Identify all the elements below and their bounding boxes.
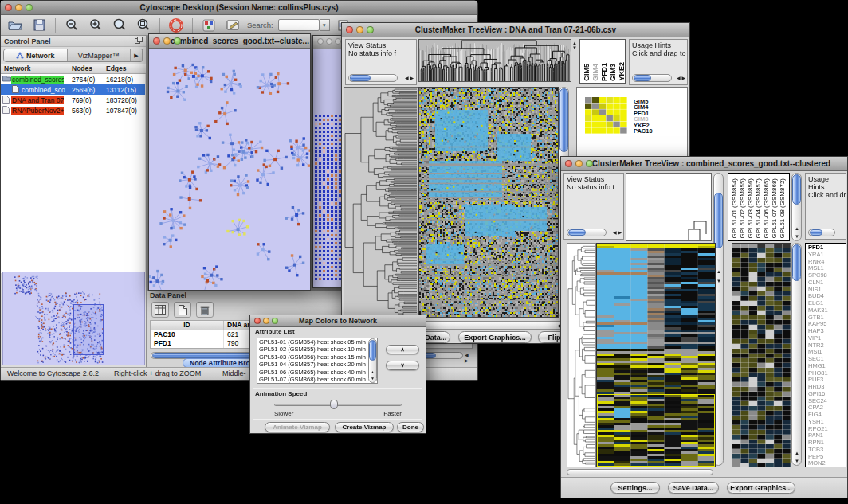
open-icon[interactable] bbox=[6, 17, 25, 34]
treeview1-heatmap[interactable] bbox=[418, 87, 559, 318]
done-button[interactable]: Done bbox=[397, 422, 424, 432]
treeview2-titlebar[interactable]: ClusterMaker TreeView : combined_scores_… bbox=[561, 157, 847, 171]
minimize-button[interactable] bbox=[356, 26, 363, 33]
array-label[interactable]: GPL51-03 (GSM856) bbox=[747, 178, 754, 239]
treeview1-correlation-matrix[interactable] bbox=[585, 97, 627, 134]
animation-speed-slider[interactable] bbox=[274, 404, 402, 406]
select-attributes-icon[interactable] bbox=[151, 302, 169, 318]
col-id[interactable]: ID bbox=[151, 321, 224, 330]
usage-hints-scrollbar[interactable] bbox=[632, 74, 672, 82]
treeview2-column-dendrogram-area[interactable] bbox=[626, 173, 712, 241]
minimize-button[interactable] bbox=[163, 37, 171, 45]
table-row[interactable]: DNA and Tran 07 769(0) 183728(0) bbox=[1, 95, 145, 105]
treeview2-heatmap[interactable] bbox=[596, 243, 716, 467]
attribute-item[interactable]: GPL51-03 (GSM856) heat shock 15 min bbox=[259, 354, 377, 361]
zoom-window-button[interactable] bbox=[174, 37, 181, 45]
scroll-up-icon[interactable]: ▲ bbox=[795, 451, 799, 455]
close-button[interactable] bbox=[565, 160, 572, 167]
treeview2-zoom-scrollbar[interactable]: ▲ ▼ bbox=[791, 243, 802, 466]
col-edges[interactable]: Edges bbox=[106, 64, 127, 72]
tab-vizmapper[interactable]: VizMapper™ bbox=[68, 49, 132, 61]
attribute-list[interactable]: GPL51-01 (GSM854) heat shock 05 minGPL51… bbox=[257, 338, 378, 384]
treeview2-row-dendrogram[interactable] bbox=[567, 243, 596, 467]
zoom-window-button[interactable] bbox=[367, 26, 374, 33]
array-label[interactable]: YKE2 bbox=[618, 62, 626, 81]
network-overview-thumbnail[interactable] bbox=[3, 272, 144, 365]
treeview2-hscrollbar[interactable] bbox=[567, 469, 713, 475]
array-label[interactable]: GPL51-01 (GSM854) bbox=[731, 178, 738, 239]
dialog-titlebar[interactable]: Map Colors to Network bbox=[250, 315, 426, 327]
scroll-down-icon[interactable]: ▼ bbox=[371, 377, 375, 381]
save-data-button[interactable]: Save Data... bbox=[668, 482, 719, 494]
close-button[interactable] bbox=[317, 38, 324, 45]
array-label[interactable]: PFD1 bbox=[600, 63, 608, 81]
new-attribute-icon[interactable] bbox=[174, 302, 191, 318]
attribute-item[interactable]: GPL51-04 (GSM857) heat shock 20 min bbox=[259, 361, 377, 368]
zoom-in-icon[interactable] bbox=[86, 17, 105, 34]
zoom-selected-icon[interactable] bbox=[110, 17, 129, 34]
scroll-arrows[interactable]: ◀ ▶ bbox=[465, 352, 477, 363]
search-dropdown-icon[interactable]: ▼ bbox=[320, 19, 330, 31]
scroll-arrows[interactable]: ◀ ▶ bbox=[613, 230, 622, 235]
scroll-down-icon[interactable]: ▼ bbox=[716, 279, 721, 283]
export-graphics-button[interactable]: Export Graphics... bbox=[458, 331, 532, 343]
array-label[interactable]: GPL51-02 (GSM855) bbox=[739, 178, 746, 239]
treeview2-zoom-heatmap[interactable] bbox=[732, 243, 791, 467]
view-status-scrollbar[interactable] bbox=[567, 229, 607, 236]
attribute-item[interactable]: GPL51-07 (GSM868) heat shock 60 min bbox=[259, 376, 377, 383]
array-label[interactable]: GPL51-08 (GSM872) bbox=[779, 178, 786, 239]
array-label[interactable]: GPL51-07 (GSM868) bbox=[771, 178, 778, 239]
animate-vizmap-button[interactable]: Animate Vizmap bbox=[265, 422, 330, 432]
scroll-up-icon[interactable]: ▲ bbox=[371, 370, 375, 374]
attribute-item[interactable]: GPL51-06 (GSM865) heat shock 40 min bbox=[259, 369, 377, 376]
minimize-button[interactable] bbox=[575, 160, 583, 167]
zoom-window-button[interactable] bbox=[586, 160, 593, 167]
scroll-down-icon[interactable]: ▼ bbox=[795, 234, 799, 239]
scroll-up-icon[interactable]: ▲ bbox=[716, 269, 721, 274]
vizmapper-icon[interactable] bbox=[199, 17, 218, 34]
close-button[interactable] bbox=[153, 37, 160, 45]
array-label[interactable]: GIM3 bbox=[609, 64, 617, 81]
gene-label[interactable]: PAC10 bbox=[634, 128, 653, 134]
main-window-titlebar[interactable]: Cytoscape Desktop (Session Name: collins… bbox=[1, 1, 477, 15]
minimize-button[interactable] bbox=[263, 318, 269, 324]
annotation-icon[interactable] bbox=[223, 17, 242, 34]
treeview2-labels-scrollbar[interactable]: ▲ ▼ bbox=[791, 173, 802, 241]
tab-network[interactable]: Network bbox=[4, 49, 68, 61]
network1-titlebar[interactable]: combined_scores_good.txt--cluste... bbox=[149, 34, 310, 49]
delete-attribute-icon[interactable] bbox=[196, 302, 214, 318]
view-status-scrollbar[interactable] bbox=[348, 74, 398, 82]
minimize-button[interactable] bbox=[15, 4, 22, 11]
help-icon[interactable] bbox=[167, 17, 186, 34]
usage-hints-scrollbar[interactable] bbox=[808, 229, 835, 236]
scroll-arrows[interactable]: ◀ ▶ bbox=[677, 76, 685, 80]
table-row[interactable]: RNAPuberNov2+ 563(0) 107847(0) bbox=[1, 105, 145, 115]
array-label[interactable]: GIM5 bbox=[583, 64, 591, 81]
create-vizmap-button[interactable]: Create Vizmap bbox=[335, 422, 394, 432]
zoom-window-button[interactable] bbox=[272, 318, 278, 324]
scroll-down-icon[interactable]: ▼ bbox=[795, 459, 799, 463]
scroll-arrows[interactable]: ◀ ▶ bbox=[405, 76, 414, 80]
attribute-list-scrollbar[interactable]: ▲ ▼ bbox=[368, 338, 377, 383]
float-panel-icon[interactable] bbox=[135, 37, 143, 45]
search-input[interactable] bbox=[278, 19, 320, 31]
settings-button[interactable]: Settings... bbox=[610, 482, 660, 494]
close-button[interactable] bbox=[5, 4, 12, 11]
close-button[interactable] bbox=[254, 318, 261, 324]
treeview1-row-dendrogram[interactable] bbox=[344, 87, 418, 318]
network1-canvas[interactable] bbox=[149, 49, 310, 290]
move-down-button[interactable]: ∨ bbox=[386, 361, 419, 370]
zoom-window-button[interactable] bbox=[26, 4, 33, 11]
export-graphics-button[interactable]: Export Graphics... bbox=[727, 482, 795, 494]
tab-overflow-button[interactable]: ▶ bbox=[131, 49, 143, 61]
treeview1-titlebar[interactable]: ClusterMaker TreeView : DNA and Tran 07-… bbox=[342, 23, 689, 37]
table-row-selected[interactable]: combined_sco 2569(6) 13112(15) bbox=[1, 84, 145, 95]
zoom-window-button[interactable] bbox=[335, 38, 341, 45]
array-label[interactable]: GPL51-04 (GSM857) bbox=[755, 178, 762, 239]
array-label[interactable]: GPL51-06 (GSM865) bbox=[763, 178, 770, 239]
col-network[interactable]: Network bbox=[4, 64, 31, 72]
treeview1-column-dendrogram[interactable] bbox=[418, 39, 571, 82]
attribute-item[interactable]: GPL51-01 (GSM854) heat shock 05 min bbox=[259, 338, 377, 346]
close-button[interactable] bbox=[346, 26, 353, 33]
zoom-fit-icon[interactable] bbox=[134, 17, 153, 34]
